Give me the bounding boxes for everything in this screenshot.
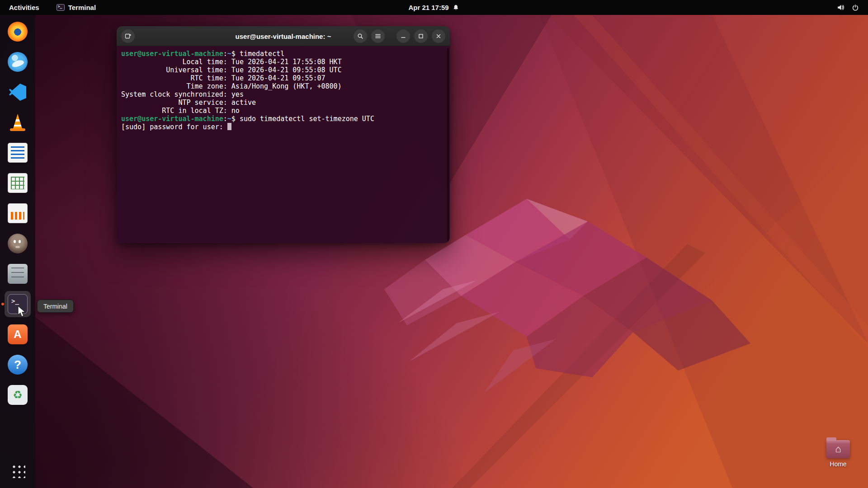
menu-icon	[374, 33, 382, 40]
top-bar: Activities Terminal Apr 21 17:59	[0, 0, 868, 15]
desktop: Activities Terminal Apr 21 17:59	[0, 0, 868, 488]
dock-item-files[interactable]	[5, 261, 31, 287]
activities-button[interactable]: Activities	[6, 0, 42, 15]
dock-item-writer[interactable]	[5, 140, 31, 166]
gimp-icon	[8, 234, 28, 253]
firefox-icon	[8, 22, 28, 42]
focused-app-indicator[interactable]: Terminal	[54, 0, 99, 15]
terminal-line: Time zone: Asia/Hong_Kong (HKT, +0800)	[121, 82, 445, 90]
terminal-scrollbar[interactable]	[447, 48, 449, 241]
maximize-icon	[417, 33, 425, 40]
minimize-icon	[400, 33, 407, 40]
vlc-icon	[8, 113, 28, 132]
calc-icon	[8, 173, 28, 193]
bell-icon	[453, 4, 460, 11]
menu-button[interactable]	[371, 29, 385, 43]
dock-item-software[interactable]	[5, 321, 31, 347]
terminal-body[interactable]: user@user-virtual-machine:~$ timedatectl…	[117, 46, 450, 243]
dock-item-thunderbird[interactable]	[5, 49, 31, 75]
close-button[interactable]	[432, 29, 445, 43]
terminal-header[interactable]: user@user-virtual-machine: ~	[117, 26, 450, 46]
home-folder-label: Home	[830, 460, 846, 468]
thunderbird-icon	[8, 52, 28, 72]
dock-item-vscode[interactable]	[5, 79, 31, 105]
running-indicator	[1, 303, 4, 305]
activities-label: Activities	[9, 4, 39, 11]
terminal-line: NTP service: active	[121, 99, 445, 107]
dock-item-help[interactable]	[5, 352, 31, 378]
utility-icon	[8, 385, 28, 405]
new-tab-icon	[124, 33, 132, 40]
new-tab-button[interactable]	[121, 29, 135, 43]
search-icon	[357, 33, 364, 40]
window-title: user@user-virtual-machine: ~	[236, 32, 331, 40]
dock-tooltip: Terminal	[37, 300, 74, 313]
show-apps-grid-icon	[10, 463, 25, 478]
terminal-line: System clock synchronized: yes	[121, 90, 445, 99]
terminal-line: user@user-virtual-machine:~$ timedatectl	[121, 50, 445, 58]
files-icon	[8, 264, 28, 284]
system-menu-button[interactable]	[834, 0, 862, 15]
terminal-line: RTC time: Tue 2026-04-21 09:55:07	[121, 74, 445, 82]
terminal-line: Universal time: Tue 2026-04-21 09:55:08 …	[121, 66, 445, 74]
writer-icon	[8, 143, 28, 163]
vscode-icon	[8, 82, 28, 102]
dock-item-firefox[interactable]	[5, 19, 31, 45]
impress-icon	[8, 203, 28, 223]
terminal-cursor	[227, 123, 231, 130]
volume-icon	[837, 4, 844, 11]
focused-app-label: Terminal	[68, 4, 96, 11]
terminal-line: [sudo] password for user:	[121, 123, 445, 131]
dock-item-calc[interactable]	[5, 170, 31, 196]
power-icon	[852, 4, 859, 11]
close-icon	[435, 33, 442, 40]
terminal-output: user@user-virtual-machine:~$ timedatectl…	[121, 50, 445, 131]
dock-item-impress[interactable]	[5, 200, 31, 226]
dock-item-utility[interactable]	[5, 382, 31, 408]
mouse-cursor-icon	[17, 305, 27, 317]
help-icon	[8, 355, 28, 375]
software-icon	[8, 324, 28, 344]
dock	[0, 15, 35, 488]
clock-menu-button[interactable]: Apr 21 17:59	[406, 0, 462, 15]
home-folder-icon	[826, 440, 850, 458]
minimize-button[interactable]	[396, 29, 410, 43]
clock-label: Apr 21 17:59	[408, 4, 448, 11]
dock-item-gimp[interactable]	[5, 230, 31, 257]
home-folder-shortcut[interactable]: Home	[824, 440, 853, 468]
terminal-line: RTC in local TZ: no	[121, 107, 445, 115]
show-apps-button[interactable]	[5, 457, 31, 483]
terminal-icon	[57, 4, 65, 11]
maximize-button[interactable]	[414, 29, 428, 43]
terminal-line: Local time: Tue 2026-04-21 17:55:08 HKT	[121, 58, 445, 66]
dock-item-vlc[interactable]	[5, 109, 31, 136]
search-button[interactable]	[354, 29, 367, 43]
terminal-line: user@user-virtual-machine:~$ sudo timeda…	[121, 115, 445, 123]
terminal-window: user@user-virtual-machine: ~	[117, 26, 450, 243]
